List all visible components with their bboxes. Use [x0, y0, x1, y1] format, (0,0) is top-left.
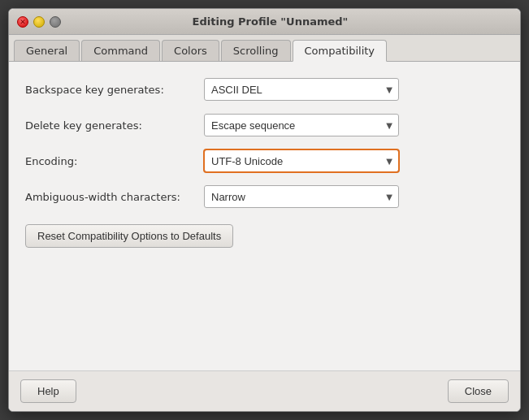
backspace-select-wrapper: ASCII DEL Control-H ▼: [204, 78, 399, 101]
tab-scrolling[interactable]: Scrolling: [221, 40, 291, 61]
main-window: ✕ Editing Profile "Unnamed" General Comm…: [8, 8, 521, 412]
delete-row: Delete key generates: Escape sequence Co…: [25, 114, 504, 136]
tab-bar: General Command Colors Scrolling Compati…: [9, 35, 520, 62]
encoding-row: Encoding: UTF-8 Unicode UTF-16 ISO-8859-…: [25, 149, 504, 172]
tab-compatibility[interactable]: Compatibility: [293, 40, 388, 62]
delete-control: Escape sequence Control-H ASCII DEL ▼: [204, 114, 399, 136]
encoding-label: Encoding:: [25, 155, 204, 167]
backspace-select[interactable]: ASCII DEL Control-H: [204, 78, 399, 101]
close-window-button[interactable]: ✕: [17, 16, 28, 28]
close-button[interactable]: Close: [448, 379, 509, 403]
encoding-select-wrapper: UTF-8 Unicode UTF-16 ISO-8859-1 ▼: [204, 149, 399, 172]
delete-select[interactable]: Escape sequence Control-H ASCII DEL: [204, 114, 399, 136]
tab-content: Backspace key generates: ASCII DEL Contr…: [9, 62, 520, 370]
ambiguous-select[interactable]: Narrow Wide: [204, 185, 399, 208]
reset-row: Reset Compatibility Options to Defaults: [25, 221, 504, 248]
encoding-select[interactable]: UTF-8 Unicode UTF-16 ISO-8859-1: [204, 149, 399, 172]
tab-general[interactable]: General: [14, 40, 80, 61]
backspace-row: Backspace key generates: ASCII DEL Contr…: [25, 78, 504, 101]
maximize-window-button[interactable]: [50, 16, 61, 28]
help-button[interactable]: Help: [20, 379, 76, 403]
delete-label: Delete key generates:: [25, 119, 204, 132]
tab-colors[interactable]: Colors: [162, 40, 219, 61]
minimize-window-button[interactable]: [33, 16, 45, 28]
ambiguous-control: Narrow Wide ▼: [204, 185, 399, 208]
backspace-control: ASCII DEL Control-H ▼: [204, 78, 399, 101]
ambiguous-select-wrapper: Narrow Wide ▼: [204, 185, 399, 208]
reset-compatibility-button[interactable]: Reset Compatibility Options to Defaults: [25, 224, 233, 248]
delete-select-wrapper: Escape sequence Control-H ASCII DEL ▼: [204, 114, 399, 136]
ambiguous-row: Ambiguous-width characters: Narrow Wide …: [25, 185, 504, 208]
tab-command[interactable]: Command: [81, 40, 160, 61]
window-title: Editing Profile "Unnamed": [61, 15, 479, 28]
ambiguous-label: Ambiguous-width characters:: [25, 191, 204, 203]
titlebar: ✕ Editing Profile "Unnamed": [9, 9, 520, 35]
footer: Help Close: [9, 370, 520, 411]
encoding-control: UTF-8 Unicode UTF-16 ISO-8859-1 ▼: [204, 149, 399, 172]
window-controls: ✕: [17, 16, 61, 28]
backspace-label: Backspace key generates:: [25, 84, 204, 96]
